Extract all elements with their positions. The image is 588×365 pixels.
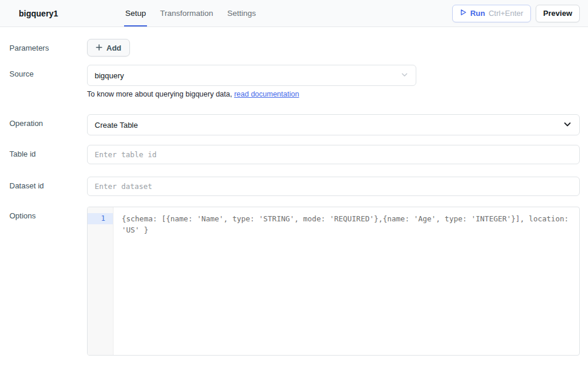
operation-label: Operation bbox=[9, 114, 87, 135]
read-documentation-link[interactable]: read documentation bbox=[234, 90, 299, 98]
operation-selected-value: Create Table bbox=[95, 121, 138, 130]
table-id-row: Table id bbox=[0, 145, 580, 164]
query-setup-panel: Parameters Add Source bigquery T bbox=[0, 39, 588, 356]
options-code-content[interactable]: {schema: [{name: 'Name', type: 'STRING',… bbox=[113, 207, 579, 355]
table-id-input[interactable] bbox=[87, 145, 580, 164]
tab-transformation[interactable]: Transformation bbox=[159, 0, 214, 26]
options-row: Options 1 {schema: [{name: 'Name', type:… bbox=[0, 207, 580, 356]
options-label: Options bbox=[9, 207, 87, 356]
dataset-id-label: Dataset id bbox=[9, 177, 87, 196]
query-tabs: Setup Transformation Settings bbox=[124, 0, 257, 26]
options-code-editor[interactable]: 1 {schema: [{name: 'Name', type: 'STRING… bbox=[87, 207, 580, 356]
operation-select[interactable]: Create Table bbox=[87, 114, 580, 135]
dataset-id-input[interactable] bbox=[87, 177, 580, 196]
chevron-down-icon bbox=[400, 71, 409, 81]
run-label: Run bbox=[470, 9, 485, 18]
run-shortcut: Ctrl+Enter bbox=[489, 9, 523, 18]
run-button[interactable]: Run Ctrl+Enter bbox=[452, 5, 531, 22]
play-icon bbox=[460, 9, 467, 18]
preview-button[interactable]: Preview bbox=[536, 5, 580, 22]
add-parameter-button[interactable]: Add bbox=[87, 39, 130, 57]
operation-row: Operation Create Table bbox=[0, 114, 580, 135]
dataset-id-row: Dataset id bbox=[0, 177, 580, 196]
source-help-text: To know more about querying bigquery dat… bbox=[87, 90, 580, 98]
source-select[interactable]: bigquery bbox=[87, 65, 416, 86]
help-text: To know more about querying bigquery dat… bbox=[87, 90, 234, 98]
tab-settings[interactable]: Settings bbox=[226, 0, 257, 26]
source-row: Source bigquery To know more about query… bbox=[0, 65, 580, 98]
parameters-label: Parameters bbox=[9, 39, 87, 57]
source-field-group: bigquery To know more about querying big… bbox=[87, 65, 580, 98]
header-actions: Run Ctrl+Enter Preview bbox=[452, 0, 580, 26]
query-title[interactable]: bigquery1 bbox=[19, 9, 58, 18]
table-id-label: Table id bbox=[9, 145, 87, 164]
source-label: Source bbox=[9, 65, 87, 98]
add-parameter-label: Add bbox=[106, 44, 121, 52]
source-selected-value: bigquery bbox=[95, 71, 124, 80]
line-number: 1 bbox=[88, 213, 113, 224]
parameters-row: Parameters Add bbox=[0, 39, 580, 57]
query-header: bigquery1 Setup Transformation Settings … bbox=[0, 0, 588, 27]
editor-gutter: 1 bbox=[88, 207, 113, 355]
plus-icon bbox=[96, 44, 102, 52]
tab-setup[interactable]: Setup bbox=[124, 0, 147, 26]
chevron-down-icon bbox=[563, 120, 572, 131]
